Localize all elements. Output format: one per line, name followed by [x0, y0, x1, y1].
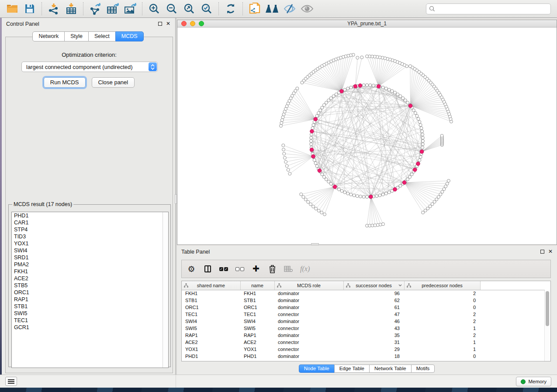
trash-icon[interactable] — [268, 264, 277, 274]
maximize-window-icon[interactable] — [199, 21, 204, 26]
table-cell[interactable]: STB1 — [182, 297, 240, 304]
table-cell[interactable]: ORC1 — [240, 304, 274, 311]
table-cell[interactable]: 62 — [343, 297, 404, 304]
tab-mcds[interactable]: MCDS — [115, 31, 144, 41]
table-cell[interactable]: ACE2 — [240, 339, 274, 346]
zoom-out-icon[interactable] — [164, 2, 179, 15]
import-table-icon[interactable] — [64, 2, 79, 15]
share-document-icon[interactable] — [247, 2, 262, 15]
list-item[interactable]: STB5 — [12, 282, 168, 289]
table-cell[interactable]: 18 — [343, 353, 404, 360]
table-cell[interactable]: ACE2 — [182, 339, 240, 346]
table-cell[interactable]: SWI4 — [182, 318, 240, 325]
export-image-icon[interactable] — [123, 2, 138, 15]
float-panel-icon[interactable] — [158, 22, 162, 26]
table-cell[interactable]: 1 — [404, 339, 480, 346]
column-header-successor-nodes[interactable]: successor nodes — [343, 281, 404, 290]
close-panel-icon[interactable]: ✕ — [548, 250, 553, 254]
minimize-window-icon[interactable] — [190, 21, 195, 26]
table-cell[interactable]: YOX1 — [182, 346, 240, 353]
table-row[interactable]: SWI5SWI5connector431 — [182, 325, 545, 332]
close-panel-icon[interactable]: ✕ — [166, 22, 170, 26]
list-item[interactable]: PHD1 — [12, 212, 168, 219]
list-item[interactable]: ORC1 — [12, 289, 168, 296]
table-row[interactable]: RAP1RAP1dominator352 — [182, 332, 545, 339]
table-cell[interactable]: STB1 — [240, 297, 274, 304]
float-panel-icon[interactable] — [540, 250, 544, 254]
list-item[interactable]: TID3 — [12, 233, 168, 240]
network-graph[interactable] — [177, 28, 557, 244]
gear-icon[interactable]: ⚙ — [187, 264, 196, 274]
list-item[interactable]: GCR1 — [12, 324, 168, 331]
select-all-icon[interactable]: ✓✓ — [219, 264, 228, 274]
tab-node-table[interactable]: Node Table — [299, 364, 335, 373]
run-mcds-button[interactable]: Run MCDS — [44, 77, 86, 88]
columns-icon[interactable] — [203, 264, 212, 274]
table-cell[interactable]: ORC1 — [182, 304, 240, 311]
table-cell[interactable]: dominator — [274, 290, 343, 297]
table-cell[interactable]: YOX1 — [240, 346, 274, 353]
open-folder-icon[interactable] — [5, 2, 20, 15]
table-row[interactable]: ACE2ACE2connector311 — [182, 339, 545, 346]
table-cell[interactable]: dominator — [274, 297, 343, 304]
table-cell[interactable]: 0 — [404, 304, 480, 311]
table-cell[interactable]: 2 — [404, 290, 480, 297]
table-cell[interactable]: SWI4 — [240, 318, 274, 325]
tab-style[interactable]: Style — [64, 31, 89, 41]
tab-motifs[interactable]: Motifs — [411, 364, 435, 373]
table-cell[interactable]: SWI5 — [240, 325, 274, 332]
list-item[interactable]: FKH1 — [12, 268, 168, 275]
network-window-titlebar[interactable]: YPA_prune.txt_1 — [177, 20, 557, 28]
table-cell[interactable]: 0 — [404, 353, 480, 360]
table-row[interactable]: YOX1YOX1connector291 — [182, 346, 545, 353]
table-cell[interactable]: FKH1 — [182, 290, 240, 297]
export-table-icon[interactable] — [105, 2, 120, 15]
table-cell[interactable]: connector — [274, 311, 343, 318]
node-table[interactable]: shared namenameMCDS rolesuccessor nodesp… — [181, 281, 551, 361]
table-cell[interactable]: 2 — [404, 318, 480, 325]
table-cell[interactable]: 43 — [343, 325, 404, 332]
table-cell[interactable]: connector — [274, 325, 343, 332]
table-row[interactable]: STB1STB1dominator620 — [182, 297, 545, 304]
table-cell[interactable]: connector — [274, 339, 343, 346]
tab-network-table[interactable]: Network Table — [369, 364, 412, 373]
table-cell[interactable]: 46 — [343, 318, 404, 325]
export-network-icon[interactable] — [88, 2, 103, 15]
list-item[interactable]: SWI4 — [12, 247, 168, 254]
binoculars-icon[interactable] — [265, 2, 280, 15]
table-cell[interactable]: 31 — [343, 339, 404, 346]
list-item[interactable]: SWI5 — [12, 310, 168, 317]
tab-edge-table[interactable]: Edge Table — [334, 364, 370, 373]
table-row[interactable]: TEC1TEC1connector472 — [182, 311, 545, 318]
list-item[interactable]: SRD1 — [12, 254, 168, 261]
search-input[interactable] — [435, 6, 548, 12]
list-item[interactable]: CAR1 — [12, 219, 168, 226]
table-cell[interactable]: 2 — [404, 311, 480, 318]
list-item[interactable]: STP4 — [12, 226, 168, 233]
panel-menu-button[interactable] — [5, 377, 17, 386]
list-item[interactable]: STB1 — [12, 303, 168, 310]
horizontal-splitter-grip[interactable] — [311, 243, 319, 245]
table-row[interactable]: FKH1FKH1dominator962 — [182, 290, 545, 297]
zoom-fit-icon[interactable] — [182, 2, 197, 15]
column-header-shared-name[interactable]: shared name — [182, 281, 240, 290]
list-item[interactable]: ACE2 — [12, 275, 168, 282]
column-header-name[interactable]: name — [240, 281, 274, 290]
table-cell[interactable]: 61 — [343, 304, 404, 311]
table-cell[interactable]: dominator — [274, 353, 343, 360]
table-row[interactable]: SWI4SWI4dominator462 — [182, 318, 545, 325]
table-row[interactable]: ORC1ORC1dominator610 — [182, 304, 545, 311]
mcds-result-list[interactable]: PHD1CAR1STP4TID3YOX1SWI4SRD1PMA2FKH1ACE2… — [11, 212, 169, 368]
table-cell[interactable]: 1 — [404, 325, 480, 332]
table-scrollbar[interactable] — [544, 290, 550, 361]
table-row[interactable]: PHD1PHD1dominator180 — [182, 353, 545, 360]
list-item[interactable]: PMA2 — [12, 261, 168, 268]
table-cell[interactable]: RAP1 — [182, 332, 240, 339]
table-cell[interactable]: PHD1 — [240, 353, 274, 360]
table-cell[interactable]: 1 — [404, 346, 480, 353]
column-header-MCDS-role[interactable]: MCDS role — [274, 281, 343, 290]
column-header-predecessor-nodes[interactable]: predecessor nodes — [404, 281, 480, 290]
tab-network[interactable]: Network — [32, 31, 65, 41]
list-item[interactable]: YOX1 — [12, 240, 168, 247]
table-cell[interactable]: FKH1 — [240, 290, 274, 297]
